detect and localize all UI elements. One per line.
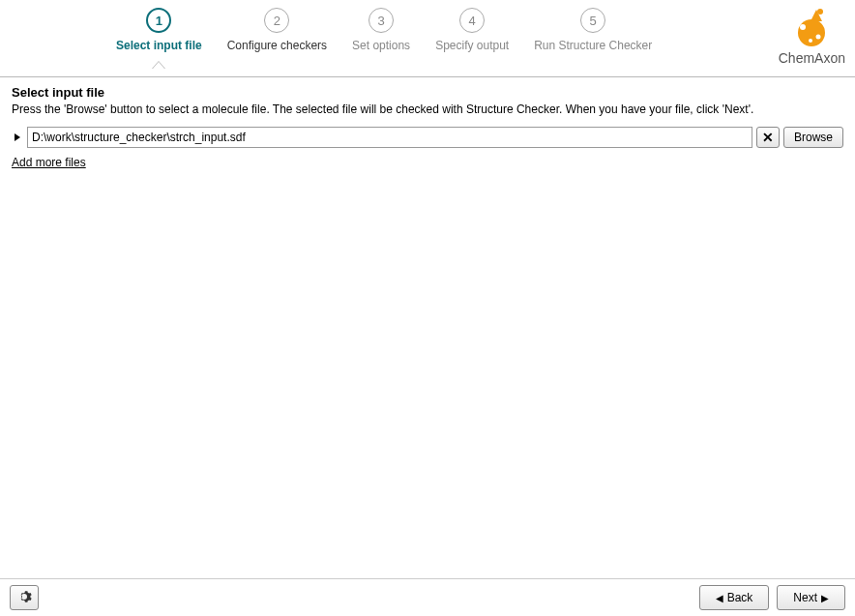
step-label: Configure checkers — [227, 39, 327, 52]
step-number: 3 — [369, 8, 394, 33]
add-more-files-link[interactable]: Add more files — [12, 156, 86, 169]
page-title: Select input file — [12, 85, 843, 100]
svg-point-1 — [800, 24, 806, 30]
file-input-row: ✕ Browse — [12, 127, 843, 148]
clear-file-button[interactable]: ✕ — [756, 127, 780, 148]
wizard-header: 1 Select input file 2 Configure checkers… — [0, 0, 855, 77]
expand-icon[interactable] — [12, 132, 23, 143]
step-select-input-file[interactable]: 1 Select input file — [116, 8, 202, 52]
step-number: 4 — [459, 8, 485, 33]
back-button-label: Back — [727, 591, 753, 604]
close-icon: ✕ — [762, 130, 774, 145]
step-active-pointer-icon — [152, 61, 165, 69]
settings-button[interactable] — [10, 585, 39, 610]
next-button-label: Next — [793, 591, 817, 604]
gear-icon — [16, 589, 32, 607]
svg-point-2 — [816, 35, 821, 40]
file-path-input[interactable] — [27, 127, 752, 148]
svg-point-3 — [809, 39, 812, 43]
step-set-options[interactable]: 3 Set options — [352, 8, 410, 52]
svg-point-0 — [798, 19, 825, 46]
main-content: Select input file Press the 'Browse' but… — [0, 77, 855, 578]
step-label: Set options — [352, 39, 410, 52]
brand-logo: ChemAxon — [779, 6, 845, 66]
step-specify-output[interactable]: 4 Specify output — [435, 8, 509, 52]
brand-text: ChemAxon — [779, 50, 845, 66]
step-label: Run Structure Checker — [534, 39, 652, 52]
step-number: 5 — [580, 8, 605, 33]
browse-button[interactable]: Browse — [783, 127, 843, 148]
arrow-left-icon: ◀ — [716, 593, 723, 603]
wizard-steps: 1 Select input file 2 Configure checkers… — [116, 8, 652, 52]
step-number: 1 — [146, 8, 171, 33]
chemaxon-logo-icon — [789, 6, 834, 48]
page-description: Press the 'Browse' button to select a mo… — [12, 102, 843, 117]
next-button[interactable]: Next ▶ — [777, 585, 845, 610]
step-label: Select input file — [116, 39, 202, 52]
svg-point-4 — [817, 9, 823, 15]
footer-nav: ◀ Back Next ▶ — [699, 585, 845, 610]
step-number: 2 — [264, 8, 289, 33]
arrow-right-icon: ▶ — [821, 593, 829, 603]
step-configure-checkers[interactable]: 2 Configure checkers — [227, 8, 327, 52]
back-button[interactable]: ◀ Back — [699, 585, 770, 610]
browse-button-label: Browse — [794, 131, 833, 144]
step-run-structure-checker[interactable]: 5 Run Structure Checker — [534, 8, 652, 52]
step-label: Specify output — [435, 39, 509, 52]
footer: ◀ Back Next ▶ — [0, 578, 855, 616]
